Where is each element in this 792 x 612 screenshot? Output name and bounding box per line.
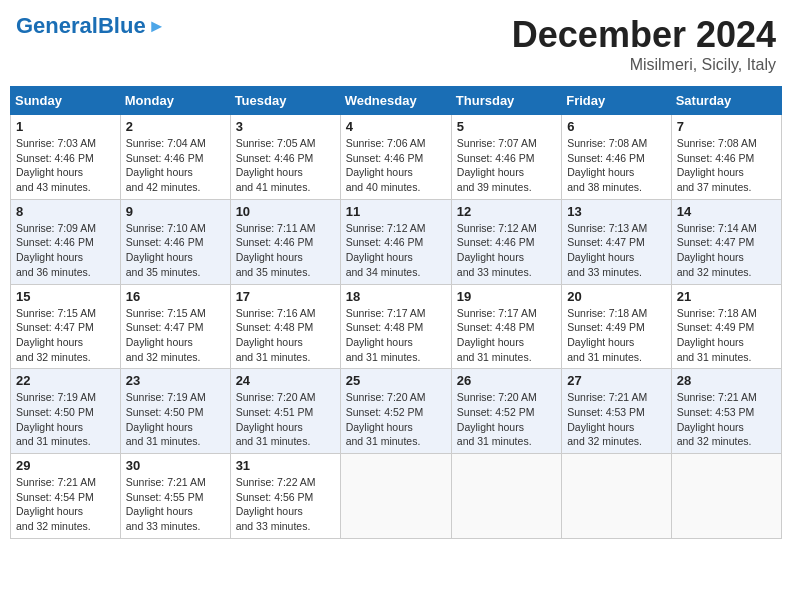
day-number: 14	[677, 204, 776, 219]
day-number: 9	[126, 204, 225, 219]
page-header: GeneralBlue ► December 2024 Misilmeri, S…	[10, 10, 782, 78]
table-row: 14Sunrise: 7:14 AMSunset: 4:47 PMDayligh…	[671, 199, 781, 284]
table-row: 30Sunrise: 7:21 AMSunset: 4:55 PMDayligh…	[120, 454, 230, 539]
cell-content: Sunrise: 7:11 AMSunset: 4:46 PMDaylight …	[236, 222, 316, 278]
table-row: 4Sunrise: 7:06 AMSunset: 4:46 PMDaylight…	[340, 115, 451, 200]
day-number: 7	[677, 119, 776, 134]
calendar-table: Sunday Monday Tuesday Wednesday Thursday…	[10, 86, 782, 539]
table-row: 24Sunrise: 7:20 AMSunset: 4:51 PMDayligh…	[230, 369, 340, 454]
day-number: 1	[16, 119, 115, 134]
cell-content: Sunrise: 7:16 AMSunset: 4:48 PMDaylight …	[236, 307, 316, 363]
cell-content: Sunrise: 7:10 AMSunset: 4:46 PMDaylight …	[126, 222, 206, 278]
table-row: 19Sunrise: 7:17 AMSunset: 4:48 PMDayligh…	[451, 284, 561, 369]
day-number: 3	[236, 119, 335, 134]
cell-content: Sunrise: 7:19 AMSunset: 4:50 PMDaylight …	[126, 391, 206, 447]
cell-content: Sunrise: 7:04 AMSunset: 4:46 PMDaylight …	[126, 137, 206, 193]
table-row: 17Sunrise: 7:16 AMSunset: 4:48 PMDayligh…	[230, 284, 340, 369]
day-number: 18	[346, 289, 446, 304]
logo-blue: Blue	[98, 13, 146, 38]
day-number: 31	[236, 458, 335, 473]
week-row: 1Sunrise: 7:03 AMSunset: 4:46 PMDaylight…	[11, 115, 782, 200]
col-sunday: Sunday	[11, 87, 121, 115]
cell-content: Sunrise: 7:21 AMSunset: 4:53 PMDaylight …	[677, 391, 757, 447]
day-number: 8	[16, 204, 115, 219]
table-row	[340, 454, 451, 539]
cell-content: Sunrise: 7:21 AMSunset: 4:55 PMDaylight …	[126, 476, 206, 532]
table-row: 21Sunrise: 7:18 AMSunset: 4:49 PMDayligh…	[671, 284, 781, 369]
day-number: 24	[236, 373, 335, 388]
cell-content: Sunrise: 7:07 AMSunset: 4:46 PMDaylight …	[457, 137, 537, 193]
logo-general: General	[16, 13, 98, 38]
week-row: 22Sunrise: 7:19 AMSunset: 4:50 PMDayligh…	[11, 369, 782, 454]
cell-content: Sunrise: 7:05 AMSunset: 4:46 PMDaylight …	[236, 137, 316, 193]
day-number: 27	[567, 373, 665, 388]
cell-content: Sunrise: 7:15 AMSunset: 4:47 PMDaylight …	[16, 307, 96, 363]
day-number: 12	[457, 204, 556, 219]
col-tuesday: Tuesday	[230, 87, 340, 115]
cell-content: Sunrise: 7:20 AMSunset: 4:52 PMDaylight …	[346, 391, 426, 447]
table-row: 11Sunrise: 7:12 AMSunset: 4:46 PMDayligh…	[340, 199, 451, 284]
calendar-header-row: Sunday Monday Tuesday Wednesday Thursday…	[11, 87, 782, 115]
cell-content: Sunrise: 7:19 AMSunset: 4:50 PMDaylight …	[16, 391, 96, 447]
day-number: 10	[236, 204, 335, 219]
table-row: 22Sunrise: 7:19 AMSunset: 4:50 PMDayligh…	[11, 369, 121, 454]
day-number: 16	[126, 289, 225, 304]
week-row: 15Sunrise: 7:15 AMSunset: 4:47 PMDayligh…	[11, 284, 782, 369]
cell-content: Sunrise: 7:08 AMSunset: 4:46 PMDaylight …	[567, 137, 647, 193]
cell-content: Sunrise: 7:22 AMSunset: 4:56 PMDaylight …	[236, 476, 316, 532]
table-row: 27Sunrise: 7:21 AMSunset: 4:53 PMDayligh…	[562, 369, 671, 454]
day-number: 11	[346, 204, 446, 219]
col-saturday: Saturday	[671, 87, 781, 115]
table-row	[451, 454, 561, 539]
table-row: 9Sunrise: 7:10 AMSunset: 4:46 PMDaylight…	[120, 199, 230, 284]
cell-content: Sunrise: 7:21 AMSunset: 4:54 PMDaylight …	[16, 476, 96, 532]
cell-content: Sunrise: 7:18 AMSunset: 4:49 PMDaylight …	[677, 307, 757, 363]
day-number: 21	[677, 289, 776, 304]
day-number: 2	[126, 119, 225, 134]
table-row: 28Sunrise: 7:21 AMSunset: 4:53 PMDayligh…	[671, 369, 781, 454]
cell-content: Sunrise: 7:21 AMSunset: 4:53 PMDaylight …	[567, 391, 647, 447]
col-friday: Friday	[562, 87, 671, 115]
col-thursday: Thursday	[451, 87, 561, 115]
table-row: 26Sunrise: 7:20 AMSunset: 4:52 PMDayligh…	[451, 369, 561, 454]
day-number: 13	[567, 204, 665, 219]
table-row: 3Sunrise: 7:05 AMSunset: 4:46 PMDaylight…	[230, 115, 340, 200]
table-row: 23Sunrise: 7:19 AMSunset: 4:50 PMDayligh…	[120, 369, 230, 454]
day-number: 17	[236, 289, 335, 304]
table-row: 20Sunrise: 7:18 AMSunset: 4:49 PMDayligh…	[562, 284, 671, 369]
day-number: 23	[126, 373, 225, 388]
day-number: 5	[457, 119, 556, 134]
cell-content: Sunrise: 7:12 AMSunset: 4:46 PMDaylight …	[346, 222, 426, 278]
table-row	[562, 454, 671, 539]
cell-content: Sunrise: 7:17 AMSunset: 4:48 PMDaylight …	[457, 307, 537, 363]
table-row: 12Sunrise: 7:12 AMSunset: 4:46 PMDayligh…	[451, 199, 561, 284]
title-block: December 2024 Misilmeri, Sicily, Italy	[512, 14, 776, 74]
table-row: 7Sunrise: 7:08 AMSunset: 4:46 PMDaylight…	[671, 115, 781, 200]
cell-content: Sunrise: 7:20 AMSunset: 4:51 PMDaylight …	[236, 391, 316, 447]
day-number: 30	[126, 458, 225, 473]
day-number: 15	[16, 289, 115, 304]
cell-content: Sunrise: 7:06 AMSunset: 4:46 PMDaylight …	[346, 137, 426, 193]
week-row: 29Sunrise: 7:21 AMSunset: 4:54 PMDayligh…	[11, 454, 782, 539]
day-number: 19	[457, 289, 556, 304]
cell-content: Sunrise: 7:15 AMSunset: 4:47 PMDaylight …	[126, 307, 206, 363]
table-row: 16Sunrise: 7:15 AMSunset: 4:47 PMDayligh…	[120, 284, 230, 369]
cell-content: Sunrise: 7:12 AMSunset: 4:46 PMDaylight …	[457, 222, 537, 278]
day-number: 26	[457, 373, 556, 388]
week-row: 8Sunrise: 7:09 AMSunset: 4:46 PMDaylight…	[11, 199, 782, 284]
day-number: 22	[16, 373, 115, 388]
table-row: 29Sunrise: 7:21 AMSunset: 4:54 PMDayligh…	[11, 454, 121, 539]
table-row: 8Sunrise: 7:09 AMSunset: 4:46 PMDaylight…	[11, 199, 121, 284]
location: Misilmeri, Sicily, Italy	[512, 56, 776, 74]
cell-content: Sunrise: 7:18 AMSunset: 4:49 PMDaylight …	[567, 307, 647, 363]
cell-content: Sunrise: 7:03 AMSunset: 4:46 PMDaylight …	[16, 137, 96, 193]
cell-content: Sunrise: 7:13 AMSunset: 4:47 PMDaylight …	[567, 222, 647, 278]
cell-content: Sunrise: 7:09 AMSunset: 4:46 PMDaylight …	[16, 222, 96, 278]
cell-content: Sunrise: 7:08 AMSunset: 4:46 PMDaylight …	[677, 137, 757, 193]
table-row	[671, 454, 781, 539]
table-row: 13Sunrise: 7:13 AMSunset: 4:47 PMDayligh…	[562, 199, 671, 284]
table-row: 31Sunrise: 7:22 AMSunset: 4:56 PMDayligh…	[230, 454, 340, 539]
table-row: 6Sunrise: 7:08 AMSunset: 4:46 PMDaylight…	[562, 115, 671, 200]
table-row: 5Sunrise: 7:07 AMSunset: 4:46 PMDaylight…	[451, 115, 561, 200]
month-title: December 2024	[512, 14, 776, 56]
